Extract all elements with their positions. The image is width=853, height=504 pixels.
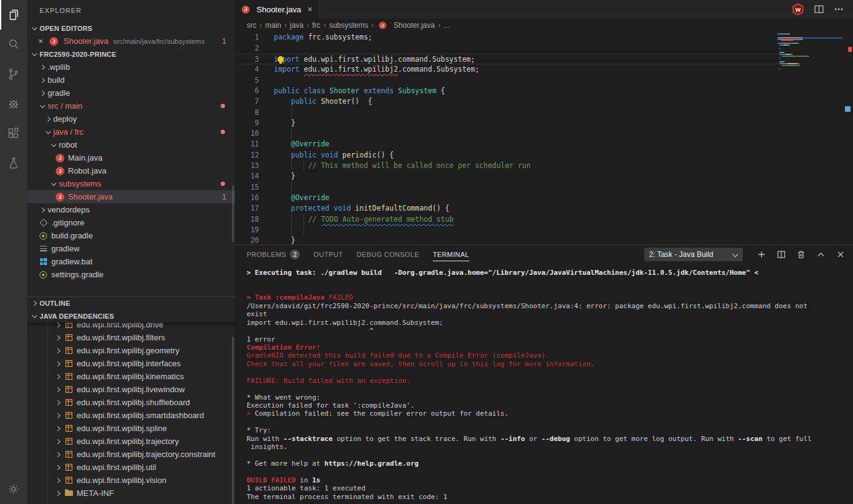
dependency-item[interactable]: edu.wpi.first.wpilibj.spline <box>27 422 235 435</box>
code-line[interactable]: 12 public void periodic() { <box>235 150 778 161</box>
tree-item[interactable]: subsystems <box>27 177 235 190</box>
dependency-item[interactable]: edu.wpi.first.wpilibj.kinematics <box>27 370 235 383</box>
maximize-panel-icon[interactable] <box>816 250 826 259</box>
open-editors-header[interactable]: OPEN EDITORS <box>27 22 235 35</box>
code-line[interactable]: 13 // This method will be called once pe… <box>235 161 778 171</box>
minimap[interactable] <box>778 32 842 245</box>
tree-item[interactable]: .gitignore <box>27 216 235 229</box>
tree-item[interactable]: gradlew.bat <box>27 255 235 268</box>
panel-tab-problems[interactable]: PROBLEMS2 <box>247 245 300 264</box>
code-line[interactable]: 17 protected void initDefaultCommand() { <box>235 203 778 214</box>
tree-item[interactable]: gradlew <box>27 242 235 255</box>
new-terminal-icon[interactable] <box>757 250 766 259</box>
search-icon[interactable] <box>0 30 27 59</box>
breadcrumb-file[interactable]: Shooter.java <box>394 21 435 30</box>
wpilib-build-icon[interactable]: W <box>791 2 805 16</box>
breadcrumb-separator: › <box>438 21 440 30</box>
split-terminal-icon[interactable] <box>776 250 786 259</box>
code-editor[interactable]: 1package frc.subsystems;23import edu.wpi… <box>235 32 853 245</box>
dependency-item[interactable]: edu.wpi.first.wpilibj.interfaces <box>27 357 235 370</box>
code-line[interactable]: 7 public Shooter() { <box>235 96 778 107</box>
dependency-item[interactable]: edu.wpi.first.wpilibj.util <box>27 461 235 474</box>
chevron-right-icon <box>38 86 48 99</box>
panel-tab-debug-console[interactable]: DEBUG CONSOLE <box>357 245 419 264</box>
tree-item[interactable]: Robot.java <box>27 164 235 177</box>
code-line[interactable]: 2 <box>235 43 778 54</box>
lightbulb-icon[interactable] <box>278 56 284 62</box>
split-editor-icon[interactable] <box>813 4 825 15</box>
tree-item[interactable]: robot <box>27 138 235 151</box>
tree-item[interactable]: settings.gradle <box>27 268 235 281</box>
sidebar-scrollbar[interactable] <box>232 185 234 242</box>
dependency-item[interactable]: edu.wpi.first.wpilibj.filters <box>27 331 235 344</box>
tree-item[interactable]: build.gradle <box>27 229 235 242</box>
close-panel-icon[interactable] <box>836 250 846 259</box>
code-line[interactable]: 3import edu.wpi.first.wpilibj.command.Su… <box>235 54 778 64</box>
tree-item[interactable]: Main.java <box>27 151 235 164</box>
close-icon[interactable]: × <box>38 36 48 46</box>
code-line[interactable]: 4import edu.wpi.first.wpilibj2.command.S… <box>235 64 778 75</box>
code-line[interactable]: 18 // TODO Auto-generated method stub <box>235 214 778 225</box>
breadcrumb-item[interactable]: java <box>290 21 303 30</box>
package-icon <box>63 384 74 395</box>
code-line[interactable]: 8 <box>235 107 778 118</box>
dependency-item[interactable]: edu.wpi.first.wpilibj.shuffleboard <box>27 396 235 409</box>
panel-tab-output[interactable]: OUTPUT <box>313 245 343 264</box>
tree-item[interactable]: deploy <box>27 112 235 125</box>
breadcrumb-item[interactable]: subsystems <box>329 21 368 30</box>
terminal-output[interactable]: > Executing task: ./gradlew build -Dorg.… <box>235 264 853 504</box>
open-editor-item[interactable]: × Shooter.java src/main/java/frc/subsyst… <box>27 35 235 48</box>
sidebar-title: EXPLORER <box>27 0 235 22</box>
java-dependencies-header[interactable]: JAVA DEPENDENCIES <box>27 309 235 322</box>
code-line[interactable]: 20 } <box>235 235 778 245</box>
dependency-item[interactable]: META-INF <box>27 487 235 500</box>
project-root-header[interactable]: FRC2590-2020-PRINCE <box>27 48 235 61</box>
dependency-item[interactable]: edu.wpi.first.wpilibj.trajectory <box>27 435 235 448</box>
line-number: 3 <box>235 54 259 65</box>
overview-ruler[interactable] <box>842 32 853 245</box>
code-line[interactable]: 16 @Override <box>235 193 778 203</box>
dependency-item[interactable]: edu.wpi.first.wpilibj.trajectory.constra… <box>27 448 235 461</box>
dependency-item[interactable]: edu.wpi.first.wpilibj.vision <box>27 474 235 487</box>
code-line[interactable]: 15 <box>235 182 778 193</box>
test-flask-icon[interactable] <box>0 148 27 178</box>
code-line[interactable]: 10 <box>235 128 778 139</box>
terminal-line: 1 error <box>247 335 853 343</box>
code-line[interactable]: 6public class Shooter extends Subsystem … <box>235 86 778 96</box>
code-line[interactable]: 14 } <box>235 171 778 182</box>
dependency-item[interactable]: edu.wpi.first.wpilibj.geometry <box>27 344 235 357</box>
tree-item[interactable]: Shooter.java1 <box>27 190 235 203</box>
breadcrumb-item[interactable]: src <box>247 21 257 30</box>
tree-item[interactable]: vendordeps <box>27 203 235 216</box>
breadcrumb-item[interactable]: frc <box>312 21 320 30</box>
dependency-item[interactable]: edu.wpi.first.wpilibj.smartdashboard <box>27 409 235 422</box>
panel-tab-terminal[interactable]: TERMINAL <box>433 245 469 264</box>
tree-item[interactable]: build <box>27 74 235 86</box>
tree-item[interactable]: java / frc <box>27 125 235 138</box>
tree-item[interactable]: src / main <box>27 99 235 112</box>
close-icon[interactable]: × <box>307 4 312 14</box>
dependencies-scrollbar[interactable] <box>232 337 234 504</box>
outline-section-header[interactable]: OUTLINE <box>27 296 235 309</box>
breadcrumb-symbol[interactable]: ... <box>443 21 449 30</box>
extensions-icon[interactable] <box>0 119 27 148</box>
code-line[interactable]: 9 } <box>235 118 778 128</box>
dependency-item[interactable]: edu.wpi.first.wpilibj.drive <box>27 322 235 331</box>
explorer-icon[interactable] <box>0 0 27 30</box>
gear-icon[interactable] <box>0 474 27 504</box>
terminal-select[interactable]: 2: Task - Java Build <box>644 248 743 261</box>
dependency-item[interactable]: edu.wpi.first.wpilibj.livewindow <box>27 383 235 396</box>
code-line[interactable]: 19 <box>235 225 778 235</box>
tab-shooter-java[interactable]: Shooter.java × <box>235 0 318 19</box>
breadcrumb-item[interactable]: main <box>265 21 281 30</box>
more-actions-icon[interactable] <box>833 4 844 15</box>
code-line[interactable]: 5 <box>235 75 778 86</box>
debug-icon[interactable] <box>0 89 27 119</box>
tree-item[interactable]: .wpilib <box>27 61 235 74</box>
source-control-icon[interactable] <box>0 59 27 89</box>
kill-terminal-icon[interactable] <box>796 250 806 259</box>
tree-item[interactable]: gradle <box>27 86 235 99</box>
code-line[interactable]: 1package frc.subsystems; <box>235 32 778 43</box>
code-line[interactable]: 11 @Override <box>235 139 778 149</box>
indent-guide <box>291 225 292 235</box>
